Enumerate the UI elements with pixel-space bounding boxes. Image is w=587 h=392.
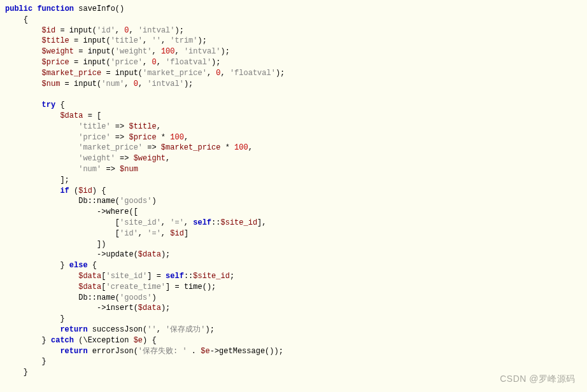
line: }	[5, 314, 65, 323]
variable: $data	[60, 111, 83, 120]
string: 'price'	[78, 133, 110, 142]
line: }	[5, 368, 28, 377]
line: $data['create_time'] = time();	[5, 283, 216, 291]
string: 'goods'	[120, 197, 152, 206]
line: {	[5, 15, 28, 24]
number: 100	[234, 143, 248, 152]
method: insert	[106, 304, 133, 312]
line: $price = input('price', 0, 'floatval');	[5, 58, 221, 67]
variable: $market_price	[42, 69, 102, 78]
class-name: Db	[78, 197, 87, 206]
string: '='	[147, 229, 161, 238]
method: where	[106, 207, 129, 216]
line: 'market_price' => $market_price * 100,	[5, 143, 253, 152]
watermark-text: CSDN @罗峰源码	[500, 373, 576, 386]
string: '保存失败: '	[138, 347, 187, 356]
string: 'trim'	[170, 36, 197, 45]
variable: $id	[78, 186, 92, 195]
number: 0	[216, 69, 220, 78]
string: ''	[147, 325, 156, 334]
string: 'market_price'	[143, 69, 207, 78]
line: 'num' => $num	[5, 165, 138, 174]
string: 'weight'	[78, 154, 115, 163]
variable: $data	[78, 272, 101, 281]
variable: $id	[170, 229, 184, 238]
variable: $price	[129, 133, 156, 142]
string: 'weight'	[115, 47, 152, 56]
variable: $data	[138, 304, 161, 312]
variable: $site_id	[193, 272, 230, 281]
keyword-try: try	[42, 101, 56, 109]
line: return errorJson('保存失败: ' . $e->getMessa…	[5, 347, 283, 356]
line: try {	[5, 101, 65, 109]
line: ])	[5, 240, 106, 249]
line: $id = input('id', 0, 'intval');	[5, 26, 184, 35]
variable: $num	[120, 165, 138, 174]
variable: $title	[42, 36, 69, 45]
number: 100	[170, 133, 184, 142]
method: name	[97, 197, 115, 206]
line: $num = input('num', 0, 'intval');	[5, 80, 193, 88]
line: ->where([	[5, 207, 138, 216]
string: 'intval'	[138, 26, 175, 35]
function-name: saveInfo	[78, 4, 115, 13]
string: 'site_id'	[120, 218, 161, 227]
function-call: input	[88, 47, 111, 56]
function-call: errorJson	[92, 347, 134, 356]
line: ->update($data);	[5, 250, 170, 259]
line: }	[5, 357, 46, 366]
keyword-if: if	[60, 186, 69, 195]
line: if ($id) {	[5, 186, 106, 195]
variable: $market_price	[161, 143, 221, 152]
function-call: successJson	[92, 325, 143, 334]
line: public function saveInfo()	[5, 4, 124, 13]
string: 'price'	[111, 58, 143, 67]
string: 'id'	[120, 229, 138, 238]
keyword-return: return	[60, 347, 87, 356]
number: 100	[161, 47, 175, 56]
variable: $num	[42, 80, 60, 88]
function-call: input	[115, 69, 138, 78]
line: $data = [	[5, 111, 101, 120]
keyword-return: return	[60, 325, 87, 334]
parens: ()	[115, 4, 124, 13]
variable: $e	[201, 347, 209, 356]
string: 'id'	[97, 26, 115, 35]
variable: $weight	[134, 154, 166, 163]
method: getMessage	[219, 347, 265, 356]
method: name	[97, 293, 115, 302]
function-call: input	[74, 80, 97, 88]
class-name: Db	[78, 293, 87, 302]
line: ];	[5, 176, 69, 185]
line: $market_price = input('market_price', 0,…	[5, 69, 285, 78]
variable: $title	[129, 122, 156, 131]
string: '保存成功'	[166, 325, 205, 334]
function-call: input	[83, 58, 106, 67]
variable: $data	[138, 250, 161, 259]
string: 'site_id'	[106, 272, 147, 281]
variable: $id	[42, 26, 56, 35]
string: '='	[170, 218, 184, 227]
variable: $site_id	[220, 218, 257, 227]
line: ['id', '=', $id]	[5, 229, 188, 238]
keyword-function: function	[37, 4, 74, 13]
string: 'floatval'	[230, 69, 276, 78]
string: 'num'	[78, 165, 101, 174]
string: 'title'	[111, 36, 143, 45]
string: ''	[152, 36, 160, 45]
keyword-self: self	[166, 272, 184, 281]
line: } else {	[5, 261, 97, 270]
number: 0	[134, 80, 138, 88]
line: $data['site_id'] = self::$site_id;	[5, 272, 234, 281]
variable: $price	[42, 58, 69, 67]
line: Db::name('goods')	[5, 197, 157, 206]
line: 'title' => $title,	[5, 122, 161, 131]
keyword-catch: catch	[51, 336, 74, 345]
line: $weight = input('weight', 100, 'intval')…	[5, 47, 230, 56]
number: 0	[152, 58, 156, 67]
variable: $e	[134, 336, 143, 345]
string: 'create_time'	[106, 283, 166, 291]
line: 'weight' => $weight,	[5, 154, 170, 163]
line: } catch (\Exception $e) {	[5, 336, 157, 345]
function-call: input	[69, 26, 92, 35]
